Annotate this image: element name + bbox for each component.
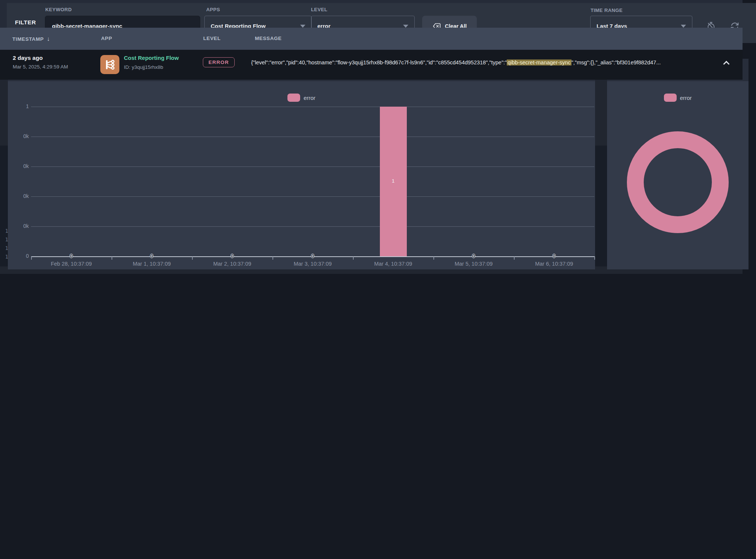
x-axis-category-label: Mar 6, 10:37:09	[517, 261, 592, 267]
x-axis-tick	[353, 256, 354, 260]
flow-app-icon	[100, 55, 119, 74]
log-row[interactable]: 2 days ago Mar 5, 2025, 4:29:59 AM Cost …	[0, 50, 743, 80]
legend-swatch	[664, 94, 677, 102]
column-header-message: MESSAGE	[255, 36, 282, 41]
x-axis-category-label: Mar 4, 10:37:09	[356, 261, 431, 267]
donut-chart	[627, 131, 729, 233]
chevron-down-icon	[300, 25, 305, 28]
sort-desc-icon: ↓	[47, 36, 50, 42]
legend-swatch	[287, 94, 300, 102]
y-gridline	[31, 226, 594, 227]
y-gridline	[31, 167, 594, 167]
x-axis-category-label: Mar 1, 10:37:09	[115, 261, 189, 267]
legend-label: error	[304, 95, 315, 101]
column-header-level: LEVEL	[203, 36, 221, 41]
timestamp-header-label: TIMESTAMP	[12, 36, 44, 42]
log-time-absolute: Mar 5, 2025, 4:29:59 AM	[13, 64, 68, 70]
y-gridline	[31, 137, 594, 137]
chevron-down-icon	[403, 25, 408, 28]
log-level-distribution-panel: LOG LEVEL DISTRIBUTION error	[607, 59, 749, 269]
column-header-app: APP	[101, 36, 112, 41]
bar-value-label: 1	[380, 178, 407, 184]
x-axis-tick	[433, 256, 434, 260]
y-axis-tick-label: 0k	[8, 223, 29, 229]
x-axis-tick	[192, 256, 193, 260]
log-time-relative: 2 days ago	[13, 55, 43, 61]
app-id: ID: y3qujj15rhx8b	[124, 64, 163, 70]
collapse-row-button[interactable]	[723, 61, 731, 67]
y-axis-tick-label: 0k	[8, 163, 29, 169]
filter-title: FILTER	[15, 19, 36, 26]
log-level-trends-panel: LOG LEVEL TRENDS OVER TIME error 10k0k0k…	[8, 59, 595, 269]
column-header-timestamp[interactable]: TIMESTAMP ↓	[12, 36, 50, 42]
zero-value-marker: 0	[229, 253, 235, 259]
y-axis-tick-label: 0k	[8, 133, 29, 139]
x-axis-tick	[31, 256, 32, 260]
x-axis-category-label: Mar 3, 10:37:09	[275, 261, 350, 267]
logs-table-header: TIMESTAMP ↓ APP LEVEL MESSAGE	[0, 28, 743, 50]
trends-legend[interactable]: error	[8, 94, 595, 102]
zero-value-marker: 0	[551, 253, 557, 259]
zero-value-marker: 0	[310, 253, 316, 259]
apps-label: APPS	[206, 7, 220, 12]
x-axis-tick	[594, 256, 595, 260]
x-axis-category-label: Mar 2, 10:37:09	[195, 261, 270, 267]
zero-value-marker: 0	[68, 253, 74, 259]
distribution-legend[interactable]: error	[607, 94, 749, 102]
x-axis-category-label: Mar 5, 10:37:09	[436, 261, 511, 267]
x-axis-tick	[514, 256, 515, 260]
y-axis-tick-label: 1	[8, 103, 29, 109]
x-axis-tick	[272, 256, 273, 260]
zero-value-marker: 0	[471, 253, 477, 259]
log-message: {"level":"error","pid":40,"hostname":"fl…	[251, 59, 719, 65]
app-name-link[interactable]: Cost Reporting Flow	[124, 55, 179, 61]
y-gridline	[31, 107, 594, 107]
time-range-label: TIME RANGE	[591, 7, 623, 13]
level-label: LEVEL	[311, 7, 327, 12]
y-axis-tick-label: 0k	[8, 193, 29, 199]
chevron-up-icon	[723, 61, 729, 67]
level-badge: ERROR	[203, 57, 235, 67]
x-axis-category-label: Feb 28, 10:37:09	[34, 261, 109, 267]
keyword-label: KEYWORD	[45, 7, 72, 12]
zero-value-marker: 0	[149, 253, 155, 259]
keyword-match-highlight: qibb-secret-manager-sync	[507, 59, 571, 65]
x-axis-tick	[112, 256, 112, 260]
chevron-down-icon	[681, 25, 686, 28]
y-gridline	[31, 196, 594, 197]
legend-label: error	[680, 95, 692, 101]
y-axis-tick-label: 0	[8, 253, 29, 259]
